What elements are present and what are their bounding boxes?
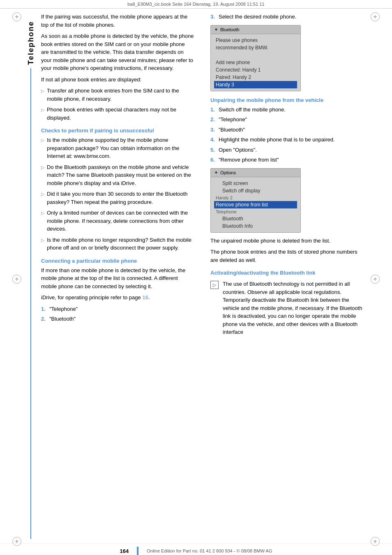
step-text: Highlight the mobile phone that is to be… (219, 136, 335, 144)
section-bluetooth-link-heading: Activating/deactivating the Bluetooth li… (210, 270, 363, 276)
step-text: "Remove phone from list" (219, 156, 279, 164)
screen-line: Split screen (216, 180, 295, 187)
intro-p3: If not all phone book entries are displa… (41, 76, 194, 84)
screen-line: Bluetooth (216, 215, 295, 222)
screen-line-highlight: Remove phone from list (214, 201, 297, 208)
bluetooth-title: Bluetooth (220, 27, 239, 32)
right-column: 3. Select the desired mobile phone. ✦ Bl… (202, 13, 367, 539)
screen-line: Bluetooth Info (216, 222, 295, 230)
list-item: ▷ Do the Bluetooth passkeys on the mobil… (41, 163, 194, 187)
options-screen-content: Split screen Switch off display Handy 2 … (211, 177, 300, 232)
step-text: "Telephone" (49, 305, 78, 313)
bullet-arrow-icon: ▷ (41, 237, 44, 244)
corner-mark-tl (12, 12, 21, 21)
after-unpair-p1: The unpaired mobile phone is deleted fro… (210, 237, 363, 245)
screen-line: Telephone (216, 208, 295, 215)
corner-mark-ml (12, 275, 21, 284)
step3-list: 3. Select the desired mobile phone. (210, 13, 363, 21)
corner-mark-br (371, 537, 380, 546)
step-text: "Telephone" (219, 116, 247, 124)
bullet-arrow-icon: ▷ (41, 210, 44, 217)
left-column: If the pairing was successful, the mobil… (37, 13, 202, 539)
bullet-text: Phone book entries with special characte… (47, 106, 194, 122)
check-text: Did it take you more than 30 seconds to … (47, 190, 194, 206)
bullet-arrow-icon: ▷ (41, 191, 44, 198)
list-item: ▷ Is the mobile phone supported by the m… (41, 136, 194, 160)
screen-line: Paired: Handy 2 (216, 74, 295, 81)
step-text: Open "Options". (219, 146, 257, 154)
idrive-link[interactable]: 16 (142, 294, 148, 301)
top-bar: ba8_E90M3_cic.book Seite 164 Dienstag, 1… (0, 0, 392, 9)
list-item: 1. "Telephone" (41, 305, 194, 313)
note-arrow-icon (210, 281, 219, 289)
list-item: 3. Select the desired mobile phone. (210, 13, 363, 21)
options-title: Options (220, 170, 236, 175)
note-text: The use of Bluetooth technology is not p… (223, 280, 363, 336)
step-text: "Bluetooth" (219, 126, 245, 134)
corner-mark-mr (371, 275, 380, 284)
list-item: 2. "Telephone" (210, 116, 363, 124)
screen-line: recommended by BMW. (216, 44, 295, 51)
step-text: "Bluetooth" (49, 315, 76, 323)
list-item: 5. Open "Options". (210, 146, 363, 154)
bullet-text: Transfer all phone book entries from the… (47, 87, 194, 103)
intro-bullets: ▷ Transfer all phone book entries from t… (41, 87, 194, 122)
list-item: 3. "Bluetooth" (210, 126, 363, 134)
corner-mark-bl (12, 537, 21, 546)
checks-list: ▷ Is the mobile phone supported by the m… (41, 136, 194, 252)
sidebar-label: Telephone (27, 21, 35, 65)
options-screen: ✦ Options Split screen Switch off displa… (210, 168, 301, 233)
list-item: ▷ Transfer all phone book entries from t… (41, 87, 194, 103)
page-footer: 164 Online Edition for Part no. 01 41 2 … (0, 543, 392, 555)
list-item: 6. "Remove phone from list" (210, 156, 363, 164)
file-path: ba8_E90M3_cic.book Seite 164 Dienstag, 1… (127, 2, 264, 7)
bluetooth-title-bar: ✦ Bluetooth (211, 25, 300, 34)
footer-text: Online Edition for Part no. 01 41 2 600 … (147, 548, 272, 553)
connect-p2: iDrive, for operating principle refer to… (41, 294, 194, 302)
corner-mark-tr (371, 12, 380, 21)
check-text: Is the mobile phone no longer responding… (47, 236, 194, 252)
list-item: 4. Highlight the mobile phone that is to… (210, 136, 363, 144)
unpair-steps: 1. Switch off the mobile phone. 2. "Tele… (210, 106, 363, 164)
screen-line (216, 51, 295, 59)
bluetooth-screen-content: Please use phones recommended by BMW. Ad… (211, 34, 300, 91)
bullet-arrow-icon: ▷ (41, 137, 44, 144)
section-connect-heading: Connecting a particular mobile phone (41, 258, 194, 264)
note-box: The use of Bluetooth technology is not p… (210, 280, 363, 340)
screen-line: Add new phone (216, 59, 295, 66)
section-unpair-heading: Unpairing the mobile phone from the vehi… (210, 97, 363, 103)
screen-line: Connected: Handy 1 (216, 66, 295, 74)
connect-p1: If more than one mobile phone is detecte… (41, 266, 194, 291)
intro-p1: If the pairing was successful, the mobil… (41, 13, 194, 29)
check-text: Is the mobile phone supported by the mob… (47, 136, 194, 160)
list-item: ▷ Only a limited number of devices can b… (41, 209, 194, 233)
options-icon: ✦ (214, 170, 218, 176)
step3-text: Select the desired mobile phone. (219, 13, 296, 21)
bullet-arrow-icon: ▷ (41, 88, 44, 95)
list-item: ▷ Is the mobile phone no longer respondi… (41, 236, 194, 252)
section-checks-heading: Checks to perform if pairing is unsucces… (41, 127, 194, 134)
list-item: ▷ Did it take you more than 30 seconds t… (41, 190, 194, 206)
list-item: ▷ Phone book entries with special charac… (41, 106, 194, 122)
check-text: Do the Bluetooth passkeys on the mobile … (47, 163, 194, 187)
sidebar-line (30, 68, 31, 539)
sidebar: Telephone (25, 13, 37, 539)
list-item: 1. Switch off the mobile phone. (210, 106, 363, 114)
screen-line-highlight: Handy 3 (214, 81, 297, 88)
connect-steps: 1. "Telephone" 2. "Bluetooth" (41, 305, 194, 323)
bullet-arrow-icon: ▷ (41, 164, 44, 171)
list-item: 2. "Bluetooth" (41, 315, 194, 323)
check-text: Only a limited number of devices can be … (47, 209, 194, 233)
bullet-arrow-icon: ▷ (41, 106, 44, 113)
intro-p2: As soon as a mobile phone is detected by… (41, 32, 194, 72)
bluetooth-icon: ✦ (214, 27, 218, 32)
after-unpair-p2: The phone book entries and the lists of … (210, 248, 363, 264)
page-number: 164 (120, 548, 129, 554)
footer-highlight (137, 547, 138, 555)
screen-line: Handy 2 (216, 194, 295, 201)
screen-line: Switch off display (216, 187, 295, 194)
bluetooth-screen: ✦ Bluetooth Please use phones recommende… (210, 25, 301, 91)
step-text: Switch off the mobile phone. (219, 106, 286, 114)
main-content: Telephone If the pairing was successful,… (0, 9, 392, 543)
screen-line: Please use phones (216, 37, 295, 44)
